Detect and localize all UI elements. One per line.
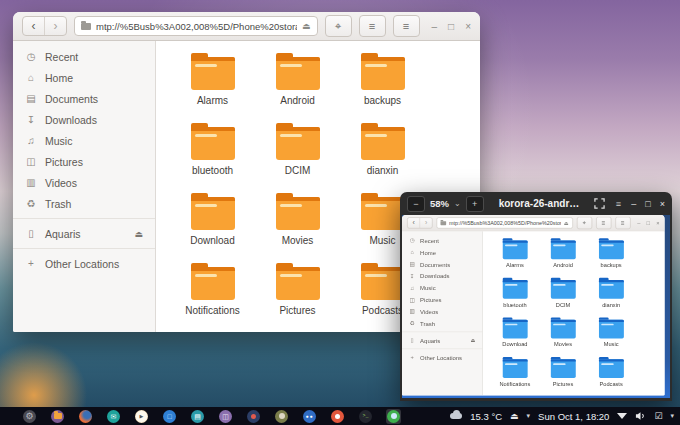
chat-app-icon[interactable]: ●● <box>303 410 316 423</box>
back-button[interactable]: ‹ <box>408 218 420 228</box>
maximize-button[interactable]: □ <box>647 220 650 226</box>
folder-item-alarms[interactable]: Alarms <box>170 57 255 127</box>
vm-menu-button[interactable]: ≡ <box>610 197 626 211</box>
folder-item-movies[interactable]: Movies <box>255 197 340 267</box>
menu-button[interactable]: ≡ <box>393 15 420 37</box>
fullscreen-button[interactable] <box>594 198 605 209</box>
zoom-out-button[interactable]: − <box>407 196 425 212</box>
folder-item-alarms[interactable]: Alarms <box>491 240 539 280</box>
search-button[interactable]: ⌖ <box>325 15 352 37</box>
folder-item-android[interactable]: Android <box>255 57 340 127</box>
sidebar-item-downloads[interactable]: ↧Downloads <box>402 270 482 282</box>
sidebar-item-music[interactable]: ♫Music <box>402 282 482 294</box>
sidebar-item-music[interactable]: ♫Music <box>13 130 155 151</box>
zoom-level[interactable]: 58% <box>430 198 449 209</box>
sidebar-item-recent[interactable]: ◷Recent <box>13 46 155 67</box>
location-bar[interactable]: mtp://%5Busb%3A002,008%5D/Phone%20storag… <box>437 217 573 228</box>
sidebar-item-other-locations[interactable]: +Other Locations <box>402 351 482 363</box>
wifi-icon[interactable] <box>617 413 627 419</box>
documents-icon: ▤ <box>25 93 37 104</box>
folder-item-movies[interactable]: Movies <box>539 320 587 360</box>
search-button[interactable]: ⌖ <box>577 217 592 229</box>
sidebar-item-device-aquaris[interactable]: ▯Aquaris⏏ <box>13 223 155 244</box>
folder-item-dianxin[interactable]: dianxin <box>340 127 425 197</box>
sidebar-item-pictures[interactable]: ◫Pictures <box>402 294 482 306</box>
eject-icon[interactable]: ⏏ <box>564 220 569 226</box>
folder-item-dianxin[interactable]: dianxin <box>587 280 635 320</box>
sidebar-item-home[interactable]: ⌂Home <box>402 246 482 258</box>
web-browser-app-icon[interactable] <box>331 410 344 423</box>
app-menu-icon[interactable]: ⚙ <box>23 410 36 423</box>
sidebar-item-other-locations[interactable]: +Other Locations <box>13 253 155 274</box>
image-editor-icon[interactable] <box>275 410 288 423</box>
chevron-down-icon[interactable]: ⌄ <box>454 199 461 208</box>
vm-close-button[interactable]: × <box>660 199 665 209</box>
office-writer-icon[interactable]: ▤ <box>191 410 204 423</box>
media-player-icon[interactable]: ▶ <box>135 410 148 423</box>
view-toggle-button[interactable]: ≡ <box>596 217 611 229</box>
location-bar[interactable]: mtp://%5Busb%3A002,008%5D/Phone%20storag… <box>74 16 318 36</box>
close-button[interactable]: × <box>656 220 659 226</box>
sidebar-item-videos[interactable]: ▥Videos <box>13 172 155 193</box>
vm-display[interactable]: ‹ › mtp://%5Busb%3A002,008%5D/Phone%20st… <box>402 215 670 398</box>
vm-minimize-button[interactable]: – <box>631 199 636 209</box>
forward-button[interactable]: › <box>44 17 66 35</box>
mail-app-icon[interactable]: ✉ <box>107 410 120 423</box>
vm-maximize-button[interactable]: □ <box>645 199 650 209</box>
folder-item-podcasts[interactable]: Podcasts <box>587 359 635 395</box>
folder-item-music[interactable]: Music <box>587 320 635 360</box>
folder-item-pictures[interactable]: Pictures <box>539 359 587 395</box>
files-app-icon[interactable] <box>51 410 64 423</box>
remote-display-app-icon[interactable]: □ <box>163 410 176 423</box>
sidebar-item-recent[interactable]: ◷Recent <box>402 234 482 246</box>
folder-item-backups[interactable]: backups <box>587 240 635 280</box>
sidebar-item-videos[interactable]: ▥Videos <box>402 306 482 318</box>
back-button[interactable]: ‹ <box>23 17 44 35</box>
sidebar-item-downloads[interactable]: ↧Downloads <box>13 109 155 130</box>
device-eject-button[interactable]: ⏏ <box>134 229 143 239</box>
folder-item-android[interactable]: Android <box>539 240 587 280</box>
folder-item-bluetooth[interactable]: bluetooth <box>170 127 255 197</box>
folder-item-bluetooth[interactable]: bluetooth <box>491 280 539 320</box>
volume-icon[interactable] <box>635 411 646 421</box>
menu-button[interactable]: ≡ <box>615 217 630 229</box>
trash-icon: ♻ <box>409 320 416 326</box>
folder-item-dcim[interactable]: DCIM <box>539 280 587 320</box>
presentation-app-icon[interactable] <box>247 410 260 423</box>
sidebar-item-trash[interactable]: ♻Trash <box>402 317 482 329</box>
eject-tray-icon[interactable]: ⏏ <box>510 411 519 421</box>
folder-item-notifications[interactable]: Notifications <box>170 267 255 332</box>
eject-icon[interactable]: ⏏ <box>302 21 311 31</box>
device-eject-button[interactable]: ⏏ <box>471 338 476 344</box>
folder-item-download[interactable]: Download <box>170 197 255 267</box>
indicator-icon[interactable]: ☑ <box>654 411 662 421</box>
maximize-button[interactable]: □ <box>448 21 454 32</box>
view-toggle-button[interactable]: ≡ <box>359 15 386 37</box>
sidebar-item-documents[interactable]: ▤Documents <box>13 88 155 109</box>
notes-app-icon[interactable]: ◫ <box>219 410 232 423</box>
folder-item-dcim[interactable]: DCIM <box>255 127 340 197</box>
terminal-app-icon[interactable]: >_ <box>359 410 372 423</box>
sidebar-item-pictures[interactable]: ◫Pictures <box>13 151 155 172</box>
folder-item-download[interactable]: Download <box>491 320 539 360</box>
downloads-icon: ↧ <box>409 273 416 279</box>
temperature[interactable]: 15.3 °C <box>470 411 502 422</box>
close-button[interactable]: × <box>465 21 471 32</box>
zoom-in-button[interactable]: + <box>466 196 484 212</box>
eject-caret-icon[interactable]: ▾ <box>527 412 531 420</box>
minimize-button[interactable]: – <box>432 21 438 32</box>
clock[interactable]: Sun Oct 1, 18:20 <box>538 411 609 422</box>
software-center-icon[interactable] <box>387 410 400 423</box>
firefox-icon[interactable] <box>79 410 92 423</box>
folder-item-notifications[interactable]: Notifications <box>491 359 539 395</box>
forward-button[interactable]: › <box>420 218 432 228</box>
status-caret-icon[interactable]: ▾ <box>670 412 674 420</box>
sidebar-item-home[interactable]: ⌂Home <box>13 67 155 88</box>
sidebar-item-device-aquaris[interactable]: ▯Aquaris⏏ <box>402 334 482 346</box>
minimize-button[interactable]: – <box>637 220 640 226</box>
folder-icon <box>502 280 527 299</box>
sidebar-item-documents[interactable]: ▤Documents <box>402 258 482 270</box>
folder-item-pictures[interactable]: Pictures <box>255 267 340 332</box>
sidebar-item-trash[interactable]: ♻Trash <box>13 193 155 214</box>
folder-item-backups[interactable]: backups <box>340 57 425 127</box>
